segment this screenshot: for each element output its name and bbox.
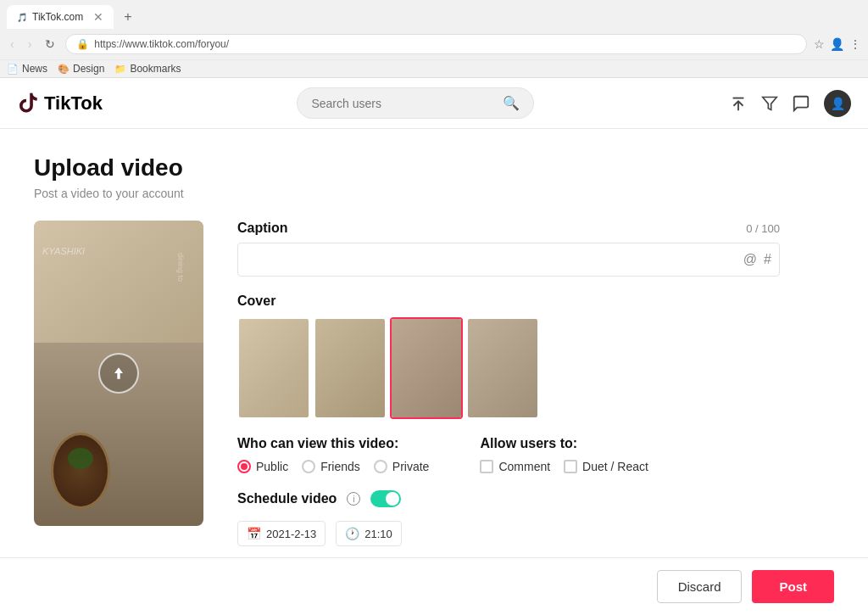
main-content: Upload video Post a video to your accoun… <box>0 129 814 572</box>
video-sim: KYASHIKI dining to <box>34 221 203 526</box>
search-icon: 🔍 <box>503 95 520 111</box>
cover-section: Cover <box>237 294 780 419</box>
cover-thumb-2[interactable] <box>390 317 463 419</box>
schedule-time-input[interactable]: 🕐 21:10 <box>336 521 402 546</box>
cover-thumbnails <box>237 317 780 419</box>
cover-thumb-1[interactable] <box>314 317 387 419</box>
calendar-icon: 📅 <box>247 527 261 540</box>
allow-users-col: Allow users to: Comment Duet / React <box>480 436 648 473</box>
tiktok-header: TikTok 🔍 👤 <box>0 78 868 129</box>
checkbox-comment[interactable]: Comment <box>480 460 550 473</box>
url-bar[interactable]: 🔒 https://www.tiktok.com/foryou/ <box>65 34 807 54</box>
radio-friends[interactable]: Friends <box>302 460 360 473</box>
cover-thumb-3[interactable] <box>466 317 539 419</box>
schedule-date-input[interactable]: 📅 2021-2-13 <box>237 521 326 546</box>
checkbox-duet-react-label: Duet / React <box>582 460 648 473</box>
caption-actions: @ # <box>743 252 771 267</box>
bookmarks-bar: 📄 News 🎨 Design 📁 Bookmarks <box>0 59 868 77</box>
header-actions: 👤 <box>729 90 851 117</box>
page-title: Upload video <box>34 154 780 182</box>
char-count: 0 / 100 <box>746 222 780 235</box>
schedule-time-value: 21:10 <box>364 528 392 540</box>
design-icon: 🎨 <box>58 64 70 75</box>
checkbox-comment-box <box>480 460 493 473</box>
bookmark-news-label: News <box>22 63 47 75</box>
schedule-date-value: 2021-2-13 <box>266 528 316 540</box>
radio-friends-circle <box>302 460 315 473</box>
video-upload-icon <box>110 365 127 382</box>
radio-friends-label: Friends <box>320 460 360 473</box>
tab-title: TikTok.com <box>32 11 83 23</box>
who-can-view-col: Who can view this video: Public Friends <box>237 436 429 473</box>
tab-bar: 🎵 TikTok.com ✕ + <box>0 0 868 29</box>
address-bar: ‹ › ↻ 🔒 https://www.tiktok.com/foryou/ ☆… <box>0 29 868 59</box>
clock-icon: 🕐 <box>345 527 359 540</box>
allow-users-label: Allow users to: <box>480 436 648 451</box>
caption-section-header: Caption 0 / 100 <box>237 221 780 236</box>
bookmark-news[interactable]: 📄 News <box>7 63 47 75</box>
at-button[interactable]: @ <box>743 252 757 267</box>
profile-button[interactable]: 👤 <box>830 37 844 51</box>
filter-button[interactable] <box>761 95 778 112</box>
caption-input-container: @ # <box>237 243 780 277</box>
video-preview: KYASHIKI dining to <box>34 221 203 526</box>
active-tab[interactable]: 🎵 TikTok.com ✕ <box>7 5 114 29</box>
avatar[interactable]: 👤 <box>824 90 851 117</box>
bookmark-design[interactable]: 🎨 Design <box>58 63 104 75</box>
new-tab-button[interactable]: + <box>117 6 138 28</box>
schedule-row: Schedule video i <box>237 490 780 507</box>
search-input[interactable] <box>311 97 496 110</box>
browser-chrome: 🎵 TikTok.com ✕ + ‹ › ↻ 🔒 https://www.tik… <box>0 0 868 78</box>
caption-label: Caption <box>237 221 288 236</box>
cover-thumb-0[interactable] <box>237 317 310 419</box>
forward-button[interactable]: › <box>25 34 36 54</box>
message-button[interactable] <box>792 94 810 113</box>
bookmark-star-button[interactable]: ☆ <box>814 37 825 51</box>
hash-button[interactable]: # <box>764 252 771 267</box>
checkbox-group: Comment Duet / React <box>480 460 648 473</box>
search-bar[interactable]: 🔍 <box>297 87 534 119</box>
tab-favicon: 🎵 <box>17 13 27 22</box>
radio-private[interactable]: Private <box>374 460 430 473</box>
bookmark-bookmarks[interactable]: 📁 Bookmarks <box>114 63 181 75</box>
upload-icon <box>729 94 748 113</box>
checkbox-comment-label: Comment <box>498 460 550 473</box>
info-icon[interactable]: i <box>347 492 360 506</box>
bookmark-bookmarks-label: Bookmarks <box>130 63 181 75</box>
radio-group: Public Friends Private <box>237 460 429 473</box>
post-button[interactable]: Post <box>752 570 834 572</box>
schedule-inputs: 📅 2021-2-13 🕐 21:10 <box>237 521 780 546</box>
menu-button[interactable]: ⋮ <box>849 37 861 51</box>
tiktok-logo-text: TikTok <box>44 92 103 115</box>
form-area: Caption 0 / 100 @ # Cover <box>237 221 780 546</box>
checkbox-duet-react[interactable]: Duet / React <box>564 460 648 473</box>
tiktok-logo[interactable]: TikTok <box>17 92 103 115</box>
who-can-view-label: Who can view this video: <box>237 436 429 451</box>
url-text: https://www.tiktok.com/foryou/ <box>94 38 229 50</box>
caption-input[interactable] <box>237 243 780 277</box>
radio-public-label: Public <box>256 460 288 473</box>
cover-label: Cover <box>237 294 780 309</box>
radio-public-circle <box>237 460 251 473</box>
avatar-image: 👤 <box>831 97 845 110</box>
permissions-row: Who can view this video: Public Friends <box>237 436 780 473</box>
discard-button[interactable]: Discard <box>657 570 743 572</box>
filter-icon <box>761 95 778 112</box>
tiktok-logo-icon <box>17 92 41 115</box>
schedule-toggle[interactable] <box>370 490 401 507</box>
lock-icon: 🔒 <box>76 38 89 50</box>
message-icon <box>792 94 810 113</box>
checkbox-duet-react-box <box>564 460 577 473</box>
browser-actions: ☆ 👤 ⋮ <box>814 37 861 51</box>
upload-container: KYASHIKI dining to Caption 0 / 100 @ # <box>34 221 780 546</box>
bookmarks-icon: 📁 <box>114 64 126 75</box>
radio-public[interactable]: Public <box>237 460 288 473</box>
radio-private-label: Private <box>392 460 430 473</box>
refresh-button[interactable]: ↻ <box>42 34 58 54</box>
tab-close-button[interactable]: ✕ <box>93 10 103 24</box>
page-footer: Discard Post <box>0 557 868 572</box>
upload-button[interactable] <box>729 94 748 113</box>
svg-marker-0 <box>763 97 777 109</box>
back-button[interactable]: ‹ <box>7 34 18 54</box>
bookmark-design-label: Design <box>73 63 104 75</box>
